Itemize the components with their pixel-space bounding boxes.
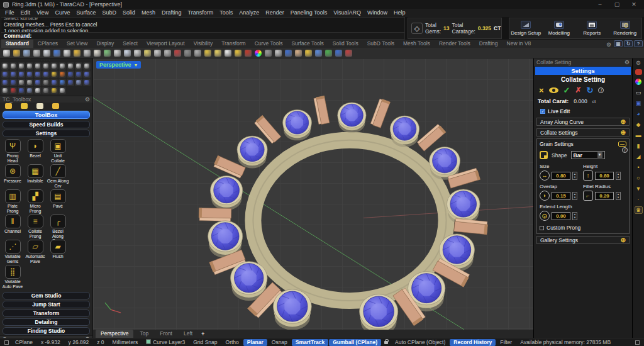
lasso-icon[interactable]	[133, 49, 142, 57]
color-wheel-icon[interactable]	[635, 78, 643, 86]
gumball-icon[interactable]	[204, 49, 212, 57]
toolbar-tab-display[interactable]: Display	[92, 40, 118, 48]
close-button[interactable]: ✕	[627, 0, 641, 9]
tool-icon[interactable]	[26, 79, 33, 86]
tool-icon[interactable]	[34, 79, 42, 86]
status-y-26-892[interactable]: y 26.892	[65, 339, 93, 346]
toolbox-tab-icon[interactable]	[36, 103, 43, 109]
menu-view[interactable]: View	[33, 9, 52, 17]
menu-edit[interactable]: Edit	[18, 9, 34, 17]
tool-icon[interactable]	[83, 70, 91, 78]
rotate-view-icon[interactable]	[153, 49, 162, 57]
toolbar-tab-subd-tools[interactable]: SubD Tools	[363, 40, 399, 48]
finding-studio-button[interactable]: Finding Studio	[3, 327, 90, 335]
gem-along-crv-tool[interactable]: ╱Gem Along Crv	[47, 164, 69, 188]
print-icon[interactable]	[33, 49, 41, 57]
lock-icon[interactable]	[234, 49, 242, 57]
crown-icon[interactable]: ♛	[635, 206, 643, 214]
toolbar-tab-render-tools[interactable]: Render Tools	[435, 40, 475, 48]
plate-prong-tool[interactable]: ▥Plate Prong	[1, 189, 24, 213]
gear-icon[interactable]: ⚙	[85, 96, 90, 103]
section-array-along-curve[interactable]: Array Along Curve ⊕	[536, 118, 630, 126]
color-wheel-icon[interactable]	[254, 49, 262, 57]
tool-icon[interactable]	[1, 87, 9, 94]
pressure-tool[interactable]: ⊛Pressure	[1, 164, 24, 188]
mode-rendering-button[interactable]: Rendering	[609, 18, 642, 38]
record-icon[interactable]	[345, 49, 353, 57]
viewport-3d[interactable]: Perspective ▼	[93, 59, 533, 330]
menu-window[interactable]: Window	[364, 9, 391, 17]
status-cplane[interactable]: CPlane	[11, 339, 36, 346]
blue-sphere-icon[interactable]	[284, 49, 292, 57]
zoom-icon[interactable]	[113, 49, 121, 57]
help-sphere-icon[interactable]	[335, 49, 343, 57]
menu-mesh[interactable]: Mesh	[138, 9, 158, 17]
tool-icon[interactable]	[26, 62, 33, 70]
tool-icon[interactable]	[83, 79, 91, 86]
menu-transform[interactable]: Transform	[185, 9, 217, 17]
gear-icon[interactable]: ⚙	[604, 42, 614, 48]
save-icon[interactable]	[23, 49, 31, 57]
status-x-9-932[interactable]: x -9.932	[37, 339, 64, 346]
micro-prong-tool[interactable]: ▞Micro Prong	[24, 189, 47, 213]
size-input[interactable]: 0.80	[552, 172, 570, 180]
expand-icon[interactable]: ⊕	[621, 237, 626, 243]
flush-tool[interactable]: ▰Flush	[47, 240, 69, 264]
viewport-tab-front[interactable]: Front	[155, 330, 177, 338]
viewport-layout-icon[interactable]	[164, 49, 172, 57]
overlap-stepper[interactable]: ▲▼	[572, 192, 577, 200]
menu-visualarq[interactable]: VisualARQ	[330, 9, 364, 17]
render-icon[interactable]	[174, 49, 182, 57]
toolbar-tab-standard[interactable]: Standard	[1, 40, 33, 48]
ring-side-icon[interactable]: ▬	[635, 131, 643, 139]
hatch-icon[interactable]	[274, 49, 282, 57]
tool-icon[interactable]	[34, 87, 42, 94]
slope-icon[interactable]: ◢	[635, 153, 643, 160]
info-icon[interactable]: i	[598, 87, 604, 93]
tool-icon[interactable]	[58, 87, 66, 94]
lamp-icon[interactable]	[214, 49, 222, 57]
detailing-button[interactable]: Detailing	[3, 318, 90, 326]
transform-button[interactable]: Transform	[3, 310, 90, 317]
tool-icon[interactable]	[50, 87, 58, 94]
invisible-tool[interactable]: ▦Invisible	[24, 164, 47, 188]
toolbar-tab-select[interactable]: Select	[118, 40, 142, 48]
tool-icon[interactable]	[1, 62, 9, 70]
extend-length-input[interactable]: 0.00	[552, 212, 570, 220]
bezel-tool[interactable]: ◗Bezel	[24, 139, 47, 163]
tool-icon[interactable]	[26, 70, 33, 78]
bezel-along-curve-tool[interactable]: ╭Bezel Along Curve	[47, 215, 69, 238]
toolbox-tab-icon[interactable]	[52, 103, 59, 109]
zoom-selected-icon[interactable]	[143, 49, 152, 57]
status-filter[interactable]: Filter	[496, 339, 516, 346]
viewport-tab-top[interactable]: Top	[135, 330, 153, 338]
status-ortho[interactable]: Ortho	[222, 339, 243, 346]
export-icon[interactable]	[43, 49, 51, 57]
prong-head-tool[interactable]: ΨProng Head	[1, 139, 24, 163]
tool-icon[interactable]	[18, 87, 25, 94]
menu-render[interactable]: Render	[262, 9, 287, 17]
status-smarttrack[interactable]: SmartTrack	[292, 339, 328, 346]
tool-icon[interactable]	[58, 62, 66, 70]
copy-icon[interactable]	[63, 49, 71, 57]
toolbar-tab-viewport-layout[interactable]: Viewport Layout	[142, 40, 189, 48]
tool-icon[interactable]	[42, 70, 50, 78]
height-stepper[interactable]: ▲▼	[616, 172, 621, 180]
speed-builds-button[interactable]: Speed Builds	[3, 121, 90, 128]
minimize-button[interactable]: –	[593, 0, 607, 9]
gear-icon[interactable]: ⚙	[636, 60, 641, 66]
status-grid-snap[interactable]: Grid Snap	[189, 339, 221, 346]
live-edit-checkbox[interactable]: ✓	[540, 109, 545, 114]
mode-reports-button[interactable]: Reports	[575, 18, 609, 38]
command-prompt[interactable]: Command:	[1, 32, 404, 39]
automatic-pave-tool[interactable]: ▱Automatic Pave	[24, 240, 47, 264]
tool-icon[interactable]	[18, 79, 25, 86]
tool-icon[interactable]	[9, 79, 17, 86]
status-available-physical-memory-27835-mb[interactable]: Available physical memory: 27835 MB	[516, 339, 614, 346]
tool-icon[interactable]	[83, 62, 91, 70]
viewport-label[interactable]: Perspective ▼	[96, 61, 141, 69]
tool-icon[interactable]	[9, 87, 17, 94]
toolbox-tab-icon[interactable]	[21, 103, 28, 109]
display-icon[interactable]: ▭	[635, 89, 643, 96]
unit-collate-tool[interactable]: ▣Unit Collate	[47, 139, 69, 163]
